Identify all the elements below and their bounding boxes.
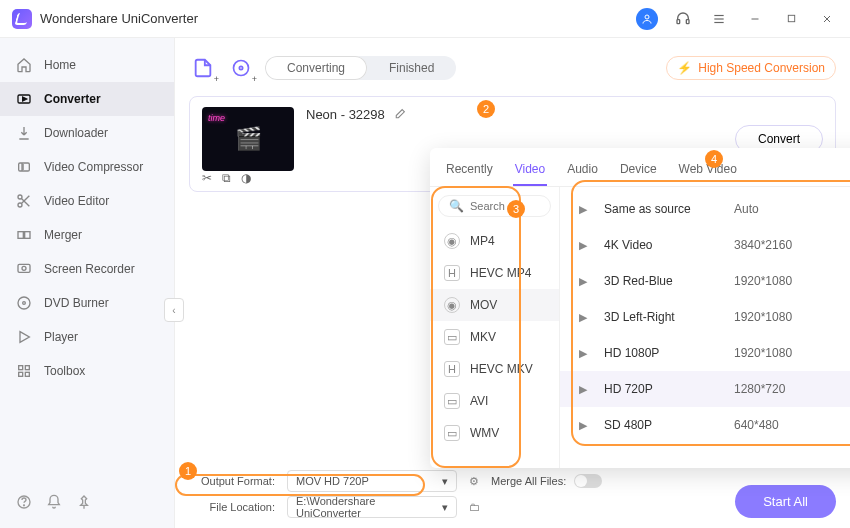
file-location-label: File Location: (189, 501, 275, 513)
sidebar: Home Converter Downloader Video Compress… (0, 38, 175, 528)
status-segment: Converting Finished (265, 56, 456, 80)
output-format-select[interactable]: MOV HD 720P▾ (287, 470, 457, 492)
svg-rect-25 (25, 366, 29, 370)
minimize-button[interactable] (744, 8, 766, 30)
svg-point-29 (24, 505, 25, 506)
sidebar-item-converter[interactable]: Converter (0, 82, 174, 116)
svg-marker-23 (20, 332, 29, 343)
svg-point-22 (23, 302, 26, 305)
trim-icon[interactable]: ✂ (202, 171, 212, 185)
svg-rect-26 (19, 372, 23, 376)
resolution-row[interactable]: ▶3D Red-Blue1920*1080✎ (560, 263, 850, 299)
format-hevc-mkv[interactable]: HHEVC MKV (430, 353, 559, 385)
film-icon: ▭ (444, 425, 460, 441)
segment-converting[interactable]: Converting (265, 56, 367, 80)
headset-icon[interactable] (672, 8, 694, 30)
grid-icon (16, 363, 32, 379)
menu-icon[interactable] (708, 8, 730, 30)
film-icon: ▭ (444, 393, 460, 409)
format-hevc-mp4[interactable]: HHEVC MP4 (430, 257, 559, 289)
app-title: Wondershare UniConverter (40, 11, 198, 26)
rename-icon[interactable] (393, 108, 406, 121)
svg-rect-27 (25, 372, 29, 376)
tab-recently[interactable]: Recently (444, 156, 495, 186)
video-icon: ▶ (574, 419, 592, 432)
help-icon[interactable] (16, 494, 32, 510)
compress-icon (16, 159, 32, 175)
add-file-button[interactable]: + (189, 54, 217, 82)
search-input[interactable] (470, 200, 540, 212)
format-mp4[interactable]: ◉MP4 (430, 225, 559, 257)
effect-icon[interactable]: ◑ (241, 171, 251, 185)
user-avatar-icon[interactable] (636, 8, 658, 30)
resolution-row[interactable]: ▶Same as sourceAuto✎ (560, 191, 850, 227)
svg-point-13 (18, 195, 22, 199)
main-panel: + + Converting Finished ⚡High Speed Conv… (175, 38, 850, 528)
crop-icon[interactable]: ⧉ (222, 171, 231, 185)
format-mkv[interactable]: ▭MKV (430, 321, 559, 353)
sidebar-item-label: Toolbox (44, 364, 85, 378)
resolution-row[interactable]: ▶HD 720P1280*720✎ (560, 371, 850, 407)
merge-toggle[interactable] (574, 474, 602, 488)
resolution-row[interactable]: ▶3D Left-Right1920*1080✎ (560, 299, 850, 335)
svg-point-14 (18, 203, 22, 207)
resolution-row[interactable]: ▶SD 480P640*480✎ (560, 407, 850, 443)
format-mov[interactable]: ◉MOV (430, 289, 559, 321)
start-all-button[interactable]: Start All (735, 485, 836, 518)
svg-point-32 (239, 66, 242, 69)
clip-tools: ✂ ⧉ ◑ (202, 171, 251, 185)
sidebar-item-label: Merger (44, 228, 82, 242)
close-button[interactable] (816, 8, 838, 30)
svg-rect-2 (686, 19, 689, 23)
svg-rect-1 (677, 19, 680, 23)
clip-thumbnail[interactable]: time🎬 (202, 107, 294, 171)
tab-video[interactable]: Video (513, 156, 547, 186)
format-search[interactable]: 🔍 (438, 195, 551, 217)
sidebar-item-home[interactable]: Home (0, 48, 174, 82)
format-avi[interactable]: ▭AVI (430, 385, 559, 417)
svg-rect-24 (19, 366, 23, 370)
merge-label: Merge All Files: (491, 475, 566, 487)
segment-finished[interactable]: Finished (367, 56, 456, 80)
record-icon (16, 261, 32, 277)
sidebar-item-player[interactable]: Player (0, 320, 174, 354)
sidebar-item-recorder[interactable]: Screen Recorder (0, 252, 174, 286)
maximize-button[interactable] (780, 8, 802, 30)
converter-icon (16, 91, 32, 107)
pin-icon[interactable] (76, 494, 92, 510)
settings-icon[interactable]: ⚙ (465, 475, 483, 488)
sidebar-item-label: Video Compressor (44, 160, 143, 174)
sidebar-item-dvd[interactable]: DVD Burner (0, 286, 174, 320)
format-wmv[interactable]: ▭WMV (430, 417, 559, 449)
sidebar-item-label: Downloader (44, 126, 108, 140)
search-icon: 🔍 (449, 199, 464, 213)
sidebar-item-downloader[interactable]: Downloader (0, 116, 174, 150)
tab-device[interactable]: Device (618, 156, 659, 186)
sidebar-item-editor[interactable]: Video Editor (0, 184, 174, 218)
tab-audio[interactable]: Audio (565, 156, 600, 186)
bolt-icon: ⚡ (677, 61, 692, 75)
video-icon: ▶ (574, 275, 592, 288)
open-folder-icon[interactable]: 🗀 (465, 501, 483, 513)
sidebar-item-merger[interactable]: Merger (0, 218, 174, 252)
svg-point-0 (645, 15, 649, 19)
bell-icon[interactable] (46, 494, 62, 510)
sidebar-item-compressor[interactable]: Video Compressor (0, 150, 174, 184)
add-disc-button[interactable]: + (227, 54, 255, 82)
resolution-row[interactable]: ▶HD 1080P1920*1080✎ (560, 335, 850, 371)
hevc-icon: H (444, 265, 460, 281)
svg-marker-11 (23, 97, 27, 101)
app-logo-icon (12, 9, 32, 29)
video-icon: ▶ (574, 203, 592, 216)
download-icon (16, 125, 32, 141)
video-icon: ▶ (574, 383, 592, 396)
disc-icon: ◉ (444, 297, 460, 313)
high-speed-toggle[interactable]: ⚡High Speed Conversion (666, 56, 836, 80)
resolution-row[interactable]: ▶4K Video3840*2160✎ (560, 227, 850, 263)
hevc-icon: H (444, 361, 460, 377)
tab-webvideo[interactable]: Web Video (677, 156, 739, 186)
sidebar-item-toolbox[interactable]: Toolbox (0, 354, 174, 388)
svg-point-31 (234, 61, 249, 76)
file-location-select[interactable]: E:\Wondershare UniConverter▾ (287, 496, 457, 518)
svg-rect-7 (788, 15, 794, 21)
